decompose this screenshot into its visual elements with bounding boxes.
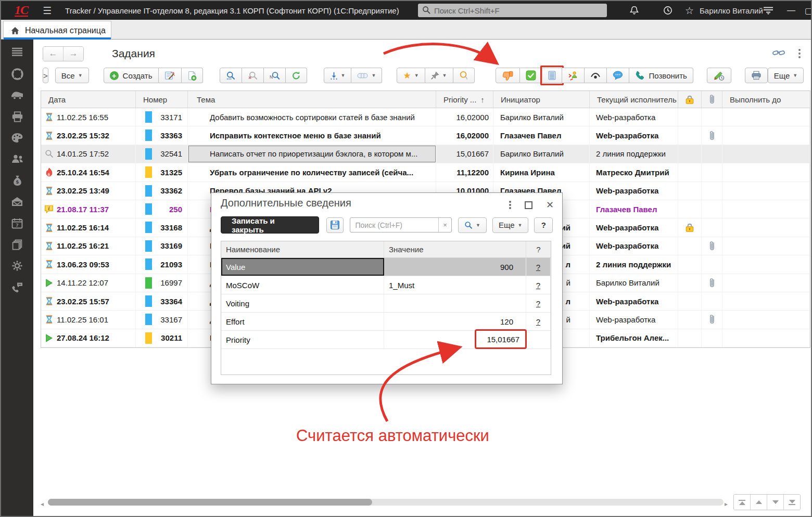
global-search-input[interactable]: Поиск Ctrl+Shift+F bbox=[418, 4, 607, 17]
find-button[interactable] bbox=[220, 68, 242, 83]
dialog-find-button[interactable]: ▼ bbox=[458, 217, 487, 233]
scrollbar-thumb[interactable] bbox=[48, 499, 372, 506]
sidebar-item-truck-icon[interactable] bbox=[10, 89, 24, 101]
refresh-button[interactable] bbox=[286, 68, 307, 83]
sidebar-item-menu-lines-icon[interactable] bbox=[10, 46, 24, 59]
sidebar-item-mail-icon[interactable] bbox=[10, 196, 24, 208]
minimize-button[interactable]: — bbox=[787, 6, 795, 15]
col-header-topic[interactable]: Тема bbox=[188, 91, 436, 108]
scrollbar-track[interactable] bbox=[48, 499, 724, 506]
complaint-button[interactable] bbox=[496, 68, 520, 83]
form-menu-kebab-icon[interactable] bbox=[798, 49, 801, 58]
property-value[interactable]: 15,01667 bbox=[384, 331, 526, 348]
discussion-button[interactable] bbox=[607, 68, 629, 83]
history-icon[interactable] bbox=[663, 6, 673, 15]
filter-all-button[interactable]: Все▼ bbox=[55, 68, 89, 83]
search-settings-button[interactable]: N bbox=[264, 68, 286, 83]
copy-item-button[interactable] bbox=[182, 68, 203, 83]
table-row[interactable]: 25.10.24 16:5431325Убрать ограничение по… bbox=[41, 163, 810, 182]
property-value[interactable]: 900 bbox=[384, 258, 526, 276]
table-row[interactable]: 11.02.25 16:5533171Добавить возможность … bbox=[41, 108, 810, 126]
property-help[interactable]: ? bbox=[526, 313, 551, 330]
dialog-col-value[interactable]: Значение bbox=[384, 241, 526, 257]
additional-info-button[interactable] bbox=[542, 68, 562, 83]
back-arrow-button[interactable]: ← bbox=[43, 47, 63, 61]
col-header-date[interactable]: Дата bbox=[41, 91, 136, 108]
col-header-priority[interactable]: Priority ...↑ bbox=[436, 91, 493, 108]
sidebar-item-printer-icon[interactable] bbox=[10, 110, 24, 123]
sidebar-item-moneybag-icon[interactable]: $ bbox=[10, 174, 24, 187]
dialog-property-row[interactable]: Effort120? bbox=[221, 313, 551, 331]
go-to-end-button[interactable] bbox=[783, 495, 800, 510]
view-mode-button[interactable]: ▼ bbox=[351, 68, 382, 83]
col-header-initiator[interactable]: Инициатор bbox=[493, 91, 590, 108]
dialog-help-button[interactable]: ? bbox=[534, 217, 553, 233]
table-row[interactable]: 23.02.25 15:3233363Исправить контекстное… bbox=[41, 126, 810, 145]
notifications-bell-icon[interactable] bbox=[630, 6, 639, 15]
sidebar-item-phone-chat-icon[interactable] bbox=[10, 281, 24, 293]
print-button[interactable] bbox=[745, 68, 768, 83]
col-header-number[interactable]: Номер bbox=[136, 91, 188, 108]
table-row[interactable]: 14.01.25 17:5232541Написать отчет по при… bbox=[41, 145, 810, 163]
sidebar-item-palette-icon[interactable] bbox=[10, 132, 24, 144]
property-value[interactable]: 120 bbox=[384, 313, 526, 330]
col-header-attachment[interactable] bbox=[702, 91, 722, 108]
property-value[interactable] bbox=[384, 294, 526, 312]
create-by-template-button[interactable] bbox=[159, 68, 182, 83]
sidebar-item-users-icon[interactable] bbox=[10, 153, 24, 165]
cancel-search-button[interactable] bbox=[242, 68, 264, 83]
sort-menu-button[interactable]: ▼ bbox=[324, 68, 352, 83]
expand-groups-button[interactable]: > bbox=[43, 68, 48, 83]
property-help[interactable]: ? bbox=[526, 258, 551, 276]
complete-task-button[interactable] bbox=[520, 68, 542, 83]
dialog-property-row[interactable]: Value900? bbox=[221, 258, 551, 276]
get-link-icon[interactable] bbox=[772, 49, 785, 59]
col-header-executor[interactable]: Текущий исполнитель bbox=[590, 91, 678, 108]
sidebar-item-lifering-icon[interactable] bbox=[10, 68, 24, 80]
tab-home-page[interactable]: Начальная страница bbox=[3, 21, 111, 40]
sidebar-item-gear-icon[interactable] bbox=[10, 260, 24, 272]
dialog-col-question[interactable]: ? bbox=[526, 241, 551, 257]
reassign-button[interactable] bbox=[562, 68, 585, 83]
save-button[interactable] bbox=[326, 217, 344, 233]
scroll-left-icon[interactable]: ◂ bbox=[41, 500, 44, 508]
favorites-button[interactable]: ★ ▼ bbox=[397, 68, 425, 83]
functions-menu-icon[interactable] bbox=[763, 6, 773, 15]
save-and-close-button[interactable]: Записать и закрыть bbox=[221, 216, 319, 234]
dialog-close-icon[interactable]: ✕ bbox=[546, 199, 554, 211]
dialog-property-row[interactable]: Priority15,01667 bbox=[221, 331, 551, 349]
edit-deadline-button[interactable] bbox=[707, 68, 731, 83]
monitor-button[interactable] bbox=[453, 68, 475, 83]
more-button[interactable]: Еще▼ bbox=[768, 68, 804, 83]
property-help[interactable]: ? bbox=[526, 294, 551, 312]
sidebar-item-calendar-icon[interactable]: 7 bbox=[10, 217, 24, 229]
create-button[interactable]: + Создать bbox=[104, 68, 159, 83]
page-up-button[interactable] bbox=[750, 495, 767, 510]
dialog-more-button[interactable]: Еще▼ bbox=[492, 217, 528, 233]
dialog-search-input[interactable]: Поиск (Ctrl+F) × bbox=[350, 217, 452, 232]
maximize-button[interactable]: ▢ bbox=[805, 6, 812, 16]
dialog-maximize-icon[interactable] bbox=[525, 201, 532, 209]
call-button[interactable]: Позвонить bbox=[629, 68, 693, 83]
page-down-button[interactable] bbox=[767, 495, 783, 510]
property-value[interactable]: 1_Must bbox=[384, 276, 526, 294]
sidebar-item-documents-icon[interactable] bbox=[10, 238, 24, 251]
dialog-menu-kebab-icon[interactable] bbox=[509, 201, 511, 209]
col-header-lock[interactable] bbox=[678, 91, 702, 108]
scroll-right-icon[interactable]: ▸ bbox=[725, 500, 728, 508]
observe-button[interactable] bbox=[585, 68, 607, 83]
dialog-col-name[interactable]: Наименование bbox=[221, 241, 384, 257]
go-to-top-button[interactable] bbox=[734, 495, 750, 510]
property-help[interactable]: ? bbox=[526, 276, 551, 294]
clear-search-icon[interactable]: × bbox=[438, 218, 451, 232]
col-header-due[interactable]: Выполнить до bbox=[722, 91, 810, 108]
priority-value-highlight: 15,01667 bbox=[475, 329, 527, 349]
pin-button[interactable]: ▼ bbox=[425, 68, 453, 83]
main-menu-icon[interactable]: ☰ bbox=[43, 5, 52, 17]
dialog-property-row[interactable]: MoSCoW1_Must? bbox=[221, 276, 551, 294]
dialog-property-row[interactable]: Voiting? bbox=[221, 294, 551, 313]
current-user[interactable]: Барилко Виталий bbox=[700, 6, 763, 15]
favorites-star-icon[interactable]: ☆ bbox=[685, 5, 694, 17]
property-help[interactable] bbox=[526, 331, 551, 348]
forward-arrow-button[interactable]: → bbox=[63, 47, 83, 61]
